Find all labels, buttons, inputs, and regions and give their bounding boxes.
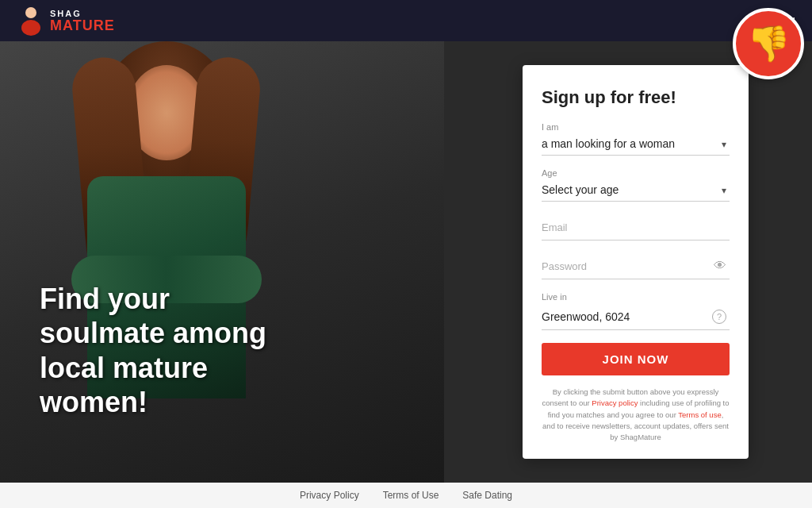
thumbs-down-icon: 👎 bbox=[747, 26, 791, 61]
hero-tagline: Find your soulmate among local mature wo… bbox=[40, 282, 293, 419]
location-section: Live in ? bbox=[542, 292, 730, 330]
footer-terms-link[interactable]: Terms of Use bbox=[383, 490, 439, 501]
footer: Privacy Policy Terms of Use Safe Dating bbox=[0, 483, 812, 508]
email-input[interactable] bbox=[542, 214, 730, 240]
svg-point-1 bbox=[21, 20, 40, 36]
thumbs-down-badge: 👎 bbox=[733, 8, 804, 79]
i-am-label: I am bbox=[542, 122, 730, 132]
footer-safe-dating-link[interactable]: Safe Dating bbox=[462, 490, 512, 501]
header: SHAG MATURE LOG IN bbox=[0, 0, 812, 41]
privacy-policy-link[interactable]: Privacy policy bbox=[592, 398, 638, 407]
disclaimer-text: By clicking the submit button above you … bbox=[542, 387, 730, 443]
age-select[interactable]: Select your age 181920 253035 404550 556… bbox=[542, 180, 730, 201]
age-section: Age Select your age 181920 253035 404550… bbox=[542, 168, 730, 202]
location-label: Live in bbox=[542, 292, 730, 302]
logo-text: SHAG MATURE bbox=[50, 9, 115, 33]
form-title: Sign up for free! bbox=[542, 87, 730, 108]
join-now-button[interactable]: JOIN NOW bbox=[542, 343, 730, 375]
logo-area: SHAG MATURE bbox=[16, 6, 115, 36]
password-input[interactable] bbox=[542, 253, 730, 279]
svg-point-0 bbox=[25, 7, 36, 18]
footer-privacy-link[interactable]: Privacy Policy bbox=[300, 490, 359, 501]
age-label: Age bbox=[542, 168, 730, 178]
age-select-wrapper: Select your age 181920 253035 404550 556… bbox=[542, 180, 730, 202]
i-am-section: I am a man looking for a woman a woman l… bbox=[542, 122, 730, 156]
help-icon[interactable]: ? bbox=[712, 310, 726, 324]
i-am-select[interactable]: a man looking for a woman a woman lookin… bbox=[542, 134, 730, 155]
eye-icon[interactable]: 👁 bbox=[714, 259, 726, 273]
hero-section: Find your soulmate among local mature wo… bbox=[0, 41, 812, 483]
password-wrapper: 👁 bbox=[542, 253, 730, 279]
signup-form-card: Sign up for free! I am a man looking for… bbox=[523, 65, 749, 459]
location-input[interactable] bbox=[542, 304, 730, 329]
email-wrapper bbox=[542, 214, 730, 241]
i-am-select-wrapper: a man looking for a woman a woman lookin… bbox=[542, 134, 730, 156]
location-wrapper: ? bbox=[542, 304, 730, 330]
terms-of-use-link[interactable]: Terms of use bbox=[678, 410, 721, 419]
logo-person-icon bbox=[16, 6, 46, 36]
